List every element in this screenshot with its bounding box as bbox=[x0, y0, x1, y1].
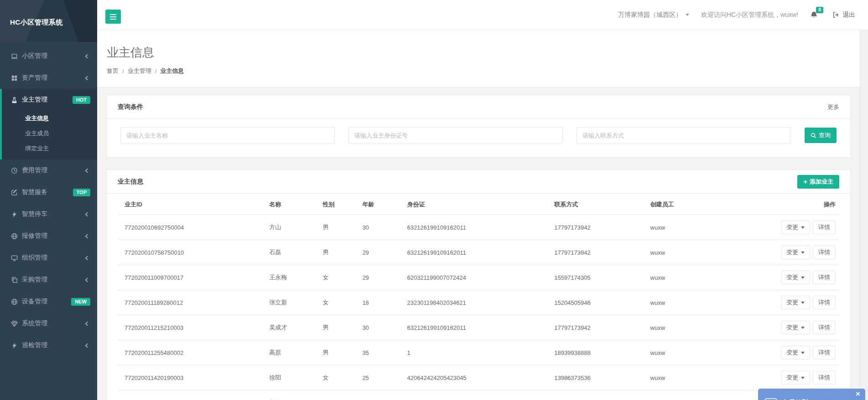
cell-gender: 男 bbox=[319, 240, 359, 265]
detail-button[interactable]: 详情 bbox=[813, 246, 836, 259]
table-row: 772020011420190003 徐阳 女 25 4206424242054… bbox=[118, 365, 839, 390]
sidebar-item-5[interactable]: 智慧停车 bbox=[0, 203, 97, 225]
change-button[interactable]: 变更 bbox=[781, 346, 810, 359]
change-button[interactable]: 变更 bbox=[781, 296, 810, 309]
sidebar-item-0[interactable]: 小区管理 bbox=[0, 45, 97, 67]
search-button[interactable]: 查询 bbox=[805, 128, 837, 143]
cell-name: 高原 bbox=[265, 340, 319, 365]
sidebar-item-4[interactable]: 智慧服务 TOP bbox=[0, 181, 97, 203]
scrollbar[interactable] bbox=[860, 31, 868, 400]
change-button[interactable]: 变更 bbox=[781, 246, 810, 259]
chevron-down-icon bbox=[801, 302, 805, 304]
sidebar-item-9[interactable]: 设备管理 NEW bbox=[0, 291, 97, 313]
sidebar-subitem-2-2[interactable]: 绑定业主 bbox=[2, 141, 97, 156]
cell-idcard: 232301198402034621 bbox=[403, 290, 551, 315]
sidebar-item-1[interactable]: 资产管理 bbox=[0, 67, 97, 89]
grid-icon bbox=[11, 75, 22, 82]
table-row: 772020011189280012 张立新 女 18 232301198402… bbox=[118, 290, 839, 315]
sidebar-item-11[interactable]: 巡检管理 bbox=[0, 334, 97, 356]
more-link[interactable]: 更多 bbox=[827, 103, 839, 111]
cell-owner-id: 772020012070870040 bbox=[118, 390, 265, 400]
page-title: 业主信息 bbox=[107, 45, 851, 61]
cell-creator: wuxw bbox=[647, 390, 746, 400]
cell-phone: 13986373536 bbox=[551, 365, 646, 390]
daily-signin-widget[interactable]: 每日签到 × bbox=[758, 389, 865, 400]
notifications-button[interactable]: 0 bbox=[810, 11, 818, 19]
col-phone: 联系方式 bbox=[551, 194, 646, 215]
bolt-icon bbox=[11, 211, 22, 218]
owner-phone-input[interactable] bbox=[577, 127, 791, 144]
community-selector-label: 万博家博园（城西区） bbox=[618, 11, 682, 19]
owner-idcard-input[interactable] bbox=[348, 127, 563, 144]
cell-phone: 15597174305 bbox=[551, 265, 646, 290]
sidebar-item-8[interactable]: 采购管理 bbox=[0, 269, 97, 291]
top-navbar: 万博家博园（城西区） 欢迎访问HC小区管理系统，wuxw! 0 退出 bbox=[97, 0, 868, 30]
cell-idcard bbox=[403, 390, 551, 400]
detail-button[interactable]: 详情 bbox=[813, 371, 836, 385]
logout-icon bbox=[832, 11, 839, 18]
sidebar-item-3[interactable]: 费用管理 bbox=[0, 159, 97, 181]
notification-badge: 0 bbox=[816, 7, 823, 13]
change-button[interactable]: 变更 bbox=[781, 321, 810, 334]
owners-table: 业主ID 名称 性别 年龄 身份证 联系方式 创建员工 操作 772020010… bbox=[118, 194, 839, 400]
sidebar-item-6[interactable]: 报修管理 bbox=[0, 225, 97, 247]
cell-idcard: 620321199007072424 bbox=[403, 265, 551, 290]
detail-button[interactable]: 详情 bbox=[813, 271, 836, 284]
logout-button[interactable]: 退出 bbox=[832, 11, 855, 19]
breadcrumb-home[interactable]: 首页 bbox=[107, 67, 119, 75]
community-selector[interactable]: 万博家博园（城西区） bbox=[618, 11, 689, 19]
app-logo: HC小区管理系统 bbox=[0, 0, 97, 42]
clock-icon bbox=[11, 167, 22, 174]
change-button[interactable]: 变更 bbox=[781, 371, 810, 385]
sidebar-subitem-2-0[interactable]: 业主信息 bbox=[2, 111, 97, 126]
sidebar-item-2[interactable]: 业主管理 HOT bbox=[2, 89, 97, 111]
sidebar-subitem-2-1[interactable]: 业主成员 bbox=[2, 126, 97, 141]
cell-creator: wuxw bbox=[647, 365, 746, 390]
close-icon[interactable]: × bbox=[856, 390, 860, 398]
query-panel-title: 查询条件 bbox=[118, 103, 143, 111]
chevron-down-icon bbox=[801, 226, 805, 229]
sidebar-toggle-button[interactable] bbox=[105, 10, 121, 24]
cell-gender: 女 bbox=[319, 365, 359, 390]
chevron-left-icon bbox=[85, 256, 90, 260]
cell-creator: wuxw bbox=[647, 240, 746, 265]
change-button[interactable]: 变更 bbox=[781, 271, 810, 284]
cell-creator: wuxw bbox=[647, 290, 746, 315]
welcome-text: 欢迎访问HC小区管理系统，wuxw! bbox=[701, 11, 798, 19]
cell-owner-id: 772020011009700017 bbox=[118, 265, 265, 290]
cell-owner-id: 772020011215210003 bbox=[118, 315, 265, 340]
gem-icon bbox=[11, 320, 22, 327]
chevron-left-icon bbox=[85, 343, 90, 348]
cell-age: 30 bbox=[359, 215, 403, 240]
cell-creator: wuxw bbox=[647, 215, 746, 240]
cell-phone: 17797173942 bbox=[551, 315, 646, 340]
cell-gender: 男 bbox=[319, 315, 359, 340]
cell-owner-id: 772020011189280012 bbox=[118, 290, 265, 315]
cell-name: 王永梅 bbox=[265, 265, 319, 290]
cell-gender: 女 bbox=[319, 265, 359, 290]
change-button[interactable]: 变更 bbox=[781, 221, 810, 234]
col-creator: 创建员工 bbox=[647, 194, 746, 215]
cell-idcard: 1 bbox=[403, 340, 551, 365]
sidebar-item-7[interactable]: 组织管理 bbox=[0, 247, 97, 269]
chevron-left-icon bbox=[85, 168, 90, 173]
chevron-left-icon bbox=[85, 76, 90, 80]
cell-phone: 18939938888 bbox=[551, 340, 646, 365]
cell-owner-id: 772020010692750004 bbox=[118, 215, 265, 240]
owner-name-input[interactable] bbox=[120, 127, 335, 144]
message-icon bbox=[764, 398, 777, 400]
chevron-down-icon bbox=[801, 251, 805, 254]
cell-creator: wuxw bbox=[647, 265, 746, 290]
detail-button[interactable]: 详情 bbox=[813, 296, 836, 309]
app-title: HC小区管理系统 bbox=[0, 0, 97, 27]
cell-idcard: 632126199109162011 bbox=[403, 240, 551, 265]
add-owner-button[interactable]: + 添加业主 bbox=[797, 175, 839, 189]
detail-button[interactable]: 详情 bbox=[813, 346, 836, 359]
breadcrumb-parent[interactable]: 业主管理 bbox=[128, 67, 151, 75]
detail-button[interactable]: 详情 bbox=[813, 321, 836, 334]
sidebar-item-10[interactable]: 系统管理 bbox=[0, 313, 97, 334]
cell-owner-id: 772020011255480002 bbox=[118, 340, 265, 365]
detail-button[interactable]: 详情 bbox=[813, 221, 836, 234]
sidebar: HC小区管理系统 小区管理 资产管理 业主管理 HOT 业主信息业主成员绑定业主… bbox=[0, 0, 97, 400]
table-row: 772020010758750010 石磊 男 29 6321261991091… bbox=[118, 240, 839, 265]
